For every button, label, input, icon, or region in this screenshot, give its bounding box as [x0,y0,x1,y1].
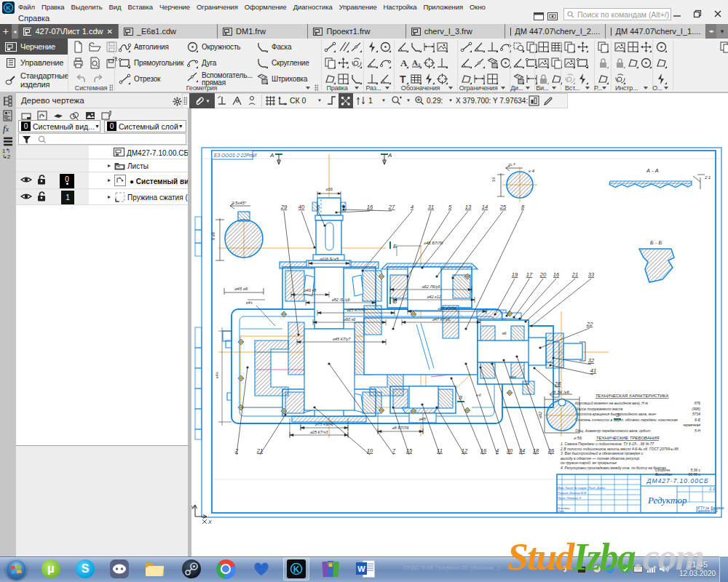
svg-text:Пров. Петров П.: Пров. Петров П. [558,496,582,500]
svg-text:2:1: 2:1 [704,175,711,180]
svg-text:Крутящий момент на выходном в: Крутящий момент на выходном валу, Н·м [575,401,649,405]
svg-text:28: 28 [554,380,561,387]
svg-text:Выходбан.: Выходбан. [655,472,673,477]
svg-text:876: 876 [695,401,701,405]
svg-text:выходу в обкатке — полная обк: выходу в обкатке — полная обкатка регули… [561,456,640,461]
svg-text:к4ч: к4ч [246,300,253,305]
svg-text:А: А [387,152,392,159]
svg-text:1. Смазка Передачи и подшипни: 1. Смазка Передачи и подшипников: ТУ 6-1… [561,442,654,446]
svg-text:⌀45 к6: ⌀45 к6 [234,287,248,291]
svg-text:4. Регулировки прокладками м: 4. Регулировки прокладками между отв. по… [561,466,666,470]
svg-text:T: T [400,73,406,85]
svg-text:ТЕХНИЧЕСКИЕ ТРЕБОВАНИЯ: ТЕХНИЧЕСКИЕ ТРЕБОВАНИЯ [596,436,660,440]
svg-text:13: 13 [465,204,472,210]
svg-text:Б - Б: Б - Б [650,239,662,246]
svg-text:⌀60 к6: ⌀60 к6 [344,317,357,322]
svg-text:A: A [412,58,418,67]
svg-text:1:1: 1:1 [709,487,715,491]
svg-text:⌀42 к12: ⌀42 к12 [427,295,441,299]
svg-text:2¹·⁵: 2¹·⁵ [507,163,515,167]
svg-text:5-Н: 5-Н [695,428,700,433]
svg-text:Изм. Лист № докум. Подп.: Изм. Лист № докум. Подп. Дата [558,486,606,490]
svg-text:⌀46 ч5: ⌀46 ч5 [304,288,317,292]
svg-text:22: 22 [586,321,593,327]
svg-text:ТЕХНИЧЕСКАЯ ХАРАКТЕРИСТИКА: ТЕХНИЧЕСКАЯ ХАРАКТЕРИСТИКА [596,394,669,398]
svg-text:А: А [269,152,274,159]
svg-text:⌀52: ⌀52 [538,412,542,418]
svg-text:5734: 5734 [692,412,700,416]
svg-text:25: 25 [499,204,507,210]
svg-text:16: 16 [367,204,373,210]
svg-text:18: 18 [533,447,539,454]
svg-text:16: 16 [553,271,560,278]
svg-text:к4ч: к4ч [215,372,219,378]
svg-text:⌀47 К7/у6: ⌀47 К7/у6 [432,317,451,322]
svg-text:14: 14 [482,204,488,210]
svg-text:⌀45: ⌀45 [419,417,426,421]
svg-text:⌀4Б Б7/Л6: ⌀4Б Б7/Л6 [424,241,443,245]
svg-text:⌀116 S/ к5: ⌀116 S/ к5 [320,257,339,261]
svg-text:⌀62 Л6/у6: ⌀62 Л6/у6 [422,284,440,289]
svg-text:32: 32 [588,357,595,364]
svg-text:10: 10 [367,447,373,454]
svg-text:17: 17 [526,271,533,278]
svg-text:ЕЗ ООО1·2·22РтИ: ЕЗ ООО1·2·22РтИ [214,153,257,158]
svg-text:34: 34 [519,447,525,454]
svg-text:Б: Б [393,243,397,250]
svg-text:ДМ427-7.10.00СБ: ДМ427-7.10.00СБ [646,477,708,485]
svg-text:27: 27 [388,204,395,210]
svg-text:⌀52 /S /у6: ⌀52 /S /у6 [331,298,350,302]
svg-text:15: 15 [406,447,413,454]
svg-text:20: 20 [539,271,547,278]
svg-text:29: 29 [280,204,288,210]
svg-text:21: 21 [571,271,578,278]
svg-text:Разраб. Иванов И.И.: Разраб. Иванов И.И. [558,491,587,495]
svg-text:19: 19 [512,271,518,278]
svg-text:31: 31 [428,204,434,210]
svg-text:Редуктор: Редуктор [647,495,687,506]
svg-text:16: 16 [480,447,487,454]
svg-text:червячная: червячная [683,423,700,427]
svg-text:11: 11 [437,447,443,454]
svg-text:12: 12 [462,447,468,454]
svg-text:Масса погружаемого масла: Масса погружаемого масла [575,407,623,411]
svg-text:6-Б: 6-Б [695,418,700,422]
svg-text:⌀75 +S/ч6: ⌀75 +S/ч6 [315,422,334,426]
svg-text:З: З [616,412,620,418]
svg-text:Утв.: Утв. [558,509,565,513]
svg-text:мást: мást [510,375,517,379]
svg-text:30: 30 [507,447,513,454]
svg-text:21: 21 [256,447,263,454]
svg-text:2.5х45°: 2.5х45° [231,201,247,205]
svg-text:41: 41 [590,367,596,374]
svg-text:А - А: А - А [646,167,659,174]
svg-text:м6: м6 [502,332,507,335]
svg-text:⌀ 56: ⌀ 56 [574,436,582,440]
svg-text:к·4: к·4 [529,169,535,173]
svg-text:3. Вал быстроходный в обкатанн: 3. Вал быстроходный в обкатанном проверк… [561,451,644,455]
svg-text:6 ЗК /у6: 6 ЗК /у6 [553,390,570,394]
svg-text:2 В полости подшипников зали: 2 В полости подшипников залить масло 4-6… [560,447,678,451]
svg-text:60.56 с: 60.56 с [689,472,701,477]
svg-text:(998): (998) [692,407,700,411]
svg-text:26: 26 [547,447,555,454]
svg-text:4: 4 [411,204,414,210]
svg-text:Степень точности в зацеп. обта: Степень точности в зацеп. обтачки переда… [575,418,678,422]
svg-text:Кафедра РК-3: Кафедра РК-3 [696,509,718,513]
svg-text:K: K [6,4,11,12]
svg-text:он пружин-тарой: не прикрытье: он пружин-тарой: не прикрытье [561,461,617,465]
svg-text:⌀45 К7/у7: ⌀45 К7/у7 [333,337,352,341]
svg-text:4: 4 [496,447,499,454]
svg-text:16: 16 [491,177,496,182]
svg-text:⌀15 К7/Л6: ⌀15 К7/Л6 [438,306,457,311]
svg-text:A: A [400,57,408,68]
svg-text:X: X [207,519,212,525]
svg-text:⌀25 К7/Л6: ⌀25 К7/Л6 [347,308,366,312]
svg-text:Общ. диаметр передаточного ва: Общ. диаметр передаточного вала: орбит [575,428,650,433]
svg-text:6 к6: 6 к6 [211,231,215,240]
svg-text:⌀36: ⌀36 [325,187,333,191]
svg-text:н-б: н-б [476,394,481,397]
svg-text:40: 40 [298,204,305,210]
svg-text:⌀25 К7/ч3: ⌀25 К7/ч3 [310,430,329,434]
svg-text:2: 2 [234,447,239,454]
